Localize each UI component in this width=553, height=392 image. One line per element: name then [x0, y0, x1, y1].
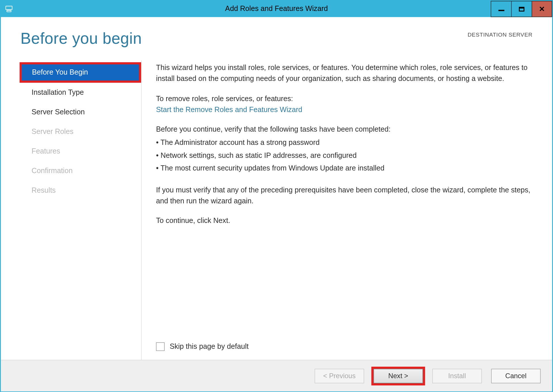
window-controls: ✕ [491, 1, 552, 17]
minimize-button[interactable] [491, 1, 511, 17]
list-item: Network settings, such as static IP addr… [156, 150, 533, 161]
skip-checkbox[interactable] [156, 342, 165, 351]
footer: < Previous Next > Install Cancel [1, 360, 552, 391]
close-icon: ✕ [539, 5, 545, 14]
sidebar-item-server-selection[interactable]: Server Selection [20, 102, 141, 122]
sidebar-item-before-you-begin[interactable]: Before You Begin [20, 62, 141, 83]
divider [141, 60, 141, 360]
minimize-icon [498, 10, 504, 11]
sidebar-item-label: Server Roles [32, 128, 73, 136]
sidebar-item-features: Features [20, 141, 141, 161]
close-button[interactable]: ✕ [532, 1, 552, 17]
close-note: If you must verify that any of the prece… [156, 185, 533, 207]
server-manager-icon [4, 4, 14, 14]
list-item: The most current security updates from W… [156, 163, 533, 174]
sidebar-item-results: Results [20, 181, 141, 200]
header: Before you begin DESTINATION SERVER [1, 17, 552, 52]
maximize-icon [519, 7, 524, 11]
svg-rect-1 [7, 10, 11, 12]
sidebar-item-confirmation: Confirmation [20, 161, 141, 181]
sidebar-item-label: Before You Begin [32, 68, 88, 76]
svg-rect-0 [6, 6, 12, 10]
window-title: Add Roles and Features Wizard [1, 5, 552, 13]
next-button[interactable]: Next > [374, 369, 423, 383]
list-item: The Administrator account has a strong p… [156, 137, 533, 148]
skip-label: Skip this page by default [170, 341, 249, 352]
sidebar-item-label: Results [32, 186, 56, 194]
destination-label: DESTINATION SERVER [467, 32, 532, 38]
prerequisite-list: The Administrator account has a strong p… [156, 137, 533, 176]
cancel-button[interactable]: Cancel [491, 369, 541, 383]
sidebar-item-label: Installation Type [32, 88, 84, 96]
continue-note: To continue, click Next. [156, 215, 533, 227]
page-title: Before you begin [20, 30, 142, 48]
remove-wizard-link[interactable]: Start the Remove Roles and Features Wiza… [156, 106, 302, 114]
sidebar-item-label: Confirmation [32, 167, 73, 175]
sidebar-item-server-roles: Server Roles [20, 122, 141, 141]
sidebar-item-label: Features [32, 147, 60, 155]
skip-row: Skip this page by default [156, 341, 533, 360]
body: Before You Begin Installation Type Serve… [1, 52, 552, 360]
wizard-window: Add Roles and Features Wizard ✕ Before y… [0, 0, 553, 392]
content: This wizard helps you install roles, rol… [143, 60, 543, 360]
remove-prompt: To remove roles, role services, or featu… [156, 93, 533, 105]
intro-text: This wizard helps you install roles, rol… [156, 62, 533, 85]
maximize-button[interactable] [511, 1, 532, 17]
titlebar: Add Roles and Features Wizard ✕ [1, 1, 552, 17]
install-button: Install [432, 369, 482, 383]
destination-server: DESTINATION SERVER [467, 30, 532, 39]
sidebar: Before You Begin Installation Type Serve… [20, 60, 141, 360]
sidebar-item-installation-type[interactable]: Installation Type [20, 83, 141, 102]
verify-prompt: Before you continue, verify that the fol… [156, 124, 533, 135]
sidebar-item-label: Server Selection [32, 108, 85, 116]
previous-button: < Previous [315, 369, 364, 383]
